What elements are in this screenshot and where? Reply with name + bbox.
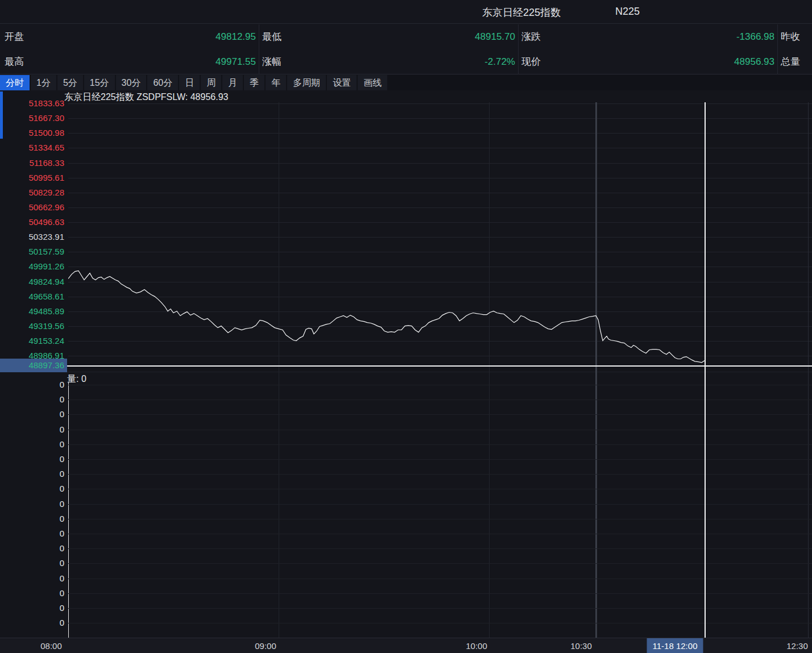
price-axis-label: 50829.28 xyxy=(0,188,64,198)
volume-gridline xyxy=(68,414,812,415)
volume-gridline xyxy=(68,579,812,579)
volume-axis-label: 0 xyxy=(0,529,64,539)
volume-gridline xyxy=(68,534,812,534)
app-window: 东京日经225指数 N225 开盘49812.95最低48915.70涨跌-13… xyxy=(0,0,812,653)
price-axis-label: 50995.61 xyxy=(0,173,64,183)
volume-axis-label: 0 xyxy=(0,558,64,568)
price-axis-label: 49991.26 xyxy=(0,261,64,272)
title-bar: 东京日经225指数 N225 xyxy=(0,0,812,24)
volume-gridline xyxy=(68,548,812,549)
tab-timeline[interactable]: 分时 xyxy=(0,75,30,90)
tab-quarter[interactable]: 季 xyxy=(244,75,264,90)
time-axis-label: 09:00 xyxy=(255,638,276,653)
info-value: 49971.55 xyxy=(27,49,256,74)
info-label: 涨跌 xyxy=(521,24,541,49)
info-value: 48956.93 xyxy=(544,49,774,74)
index-symbol: N225 xyxy=(615,6,640,18)
volume-gridline xyxy=(68,593,812,594)
info-label: 现价 xyxy=(521,49,541,74)
info-column-divider xyxy=(518,24,519,74)
price-axis-label: 51334.65 xyxy=(0,143,64,153)
price-axis-label: 50662.96 xyxy=(0,202,64,213)
crosshair-vertical xyxy=(705,102,706,638)
volume-gridline xyxy=(68,519,812,519)
volume-gridline xyxy=(68,430,812,430)
tab-30min[interactable]: 30分 xyxy=(116,75,147,90)
tab-draw-line[interactable]: 画线 xyxy=(358,75,387,90)
crosshair-time-tag: 11-18 12:00 xyxy=(647,638,703,653)
price-axis-label: 51833.63 xyxy=(0,98,64,109)
info-label: 涨幅 xyxy=(262,49,281,74)
price-axis-label: 49824.94 xyxy=(0,277,64,287)
price-axis-label: 50157.59 xyxy=(0,247,64,257)
time-axis-label: 08:00 xyxy=(40,638,62,653)
crosshair-price-tag: 48897.36 xyxy=(0,359,67,372)
tab-month[interactable]: 月 xyxy=(222,75,243,90)
tab-week[interactable]: 周 xyxy=(201,75,221,90)
info-value: 48915.70 xyxy=(285,24,515,49)
info-label: 昨收 xyxy=(781,24,800,49)
volume-label: 量: 0 xyxy=(67,373,86,385)
price-axis-label: 51500.98 xyxy=(0,128,64,138)
price-line-chart xyxy=(68,90,812,372)
volume-axis-label: 0 xyxy=(0,618,64,628)
volume-gridline xyxy=(68,400,812,400)
price-axis-label: 49153.24 xyxy=(0,336,64,346)
tab-15min[interactable]: 15分 xyxy=(84,75,115,90)
info-column-divider xyxy=(259,24,259,74)
chart-area[interactable]: 东京日经225指数 ZSDPFSLW: 48956.93 量: 0 51833.… xyxy=(0,90,812,638)
info-column-divider xyxy=(777,24,778,74)
panel-divider xyxy=(0,372,812,372)
info-label: 开盘 xyxy=(5,24,24,49)
price-axis-label: 49319.56 xyxy=(0,321,64,331)
volume-axis-label: 0 xyxy=(0,380,64,390)
volume-axis-label: 0 xyxy=(0,394,64,405)
tab-day[interactable]: 日 xyxy=(179,75,200,90)
volume-axis-label: 0 xyxy=(0,514,64,524)
volume-gridline xyxy=(68,563,812,564)
price-axis-label: 51168.33 xyxy=(0,158,64,168)
info-value: -1366.98 xyxy=(544,24,774,49)
price-axis-label: 50323.91 xyxy=(0,232,64,242)
time-axis-label: 10:30 xyxy=(570,638,592,653)
volume-axis-label: 0 xyxy=(0,603,64,613)
volume-gridline xyxy=(68,504,812,505)
info-value: 49812.95 xyxy=(27,24,256,49)
tab-1min[interactable]: 1分 xyxy=(31,75,56,90)
volume-gridline xyxy=(68,459,812,460)
volume-axis-label: 0 xyxy=(0,573,64,584)
price-axis-label: 51667.30 xyxy=(0,113,64,123)
tab-bar: 分时1分5分15分30分60分日周月季年多周期设置画线 xyxy=(0,75,812,90)
info-value: -2.72% xyxy=(285,49,515,74)
volume-axis-label: 0 xyxy=(0,484,64,494)
info-label: 最低 xyxy=(262,24,281,49)
volume-axis-label: 0 xyxy=(0,499,64,509)
volume-gridline xyxy=(68,444,812,445)
price-axis-label: 49485.89 xyxy=(0,306,64,317)
time-axis-label: 12:30 xyxy=(786,638,808,653)
volume-axis-label: 0 xyxy=(0,454,64,464)
index-name: 东京日经225指数 xyxy=(482,6,561,19)
tab-year[interactable]: 年 xyxy=(266,75,286,90)
time-axis-label: 10:00 xyxy=(466,638,487,653)
volume-axis-label: 0 xyxy=(0,588,64,598)
tab-60min[interactable]: 60分 xyxy=(147,75,178,90)
tab-5min[interactable]: 5分 xyxy=(57,75,83,90)
tab-multi-period[interactable]: 多周期 xyxy=(287,75,326,90)
volume-axis-line xyxy=(68,382,69,638)
info-label: 最高 xyxy=(5,49,24,74)
volume-gridline xyxy=(68,623,812,623)
tab-settings[interactable]: 设置 xyxy=(327,75,357,90)
info-bar: 开盘49812.95最低48915.70涨跌-1366.98昨收最高49971.… xyxy=(0,24,812,74)
volume-gridline xyxy=(68,474,812,475)
crosshair-horizontal xyxy=(66,365,812,367)
time-axis: 08:0009:0010:0010:3011-18 12:0012:30 xyxy=(0,638,812,653)
price-axis-label: 50496.63 xyxy=(0,217,64,227)
volume-gridline xyxy=(68,608,812,609)
volume-axis-label: 0 xyxy=(0,425,64,435)
volume-axis-label: 0 xyxy=(0,409,64,419)
volume-axis-label: 0 xyxy=(0,469,64,479)
info-label: 总量 xyxy=(781,49,800,74)
price-line xyxy=(68,271,705,363)
volume-axis-label: 0 xyxy=(0,439,64,450)
